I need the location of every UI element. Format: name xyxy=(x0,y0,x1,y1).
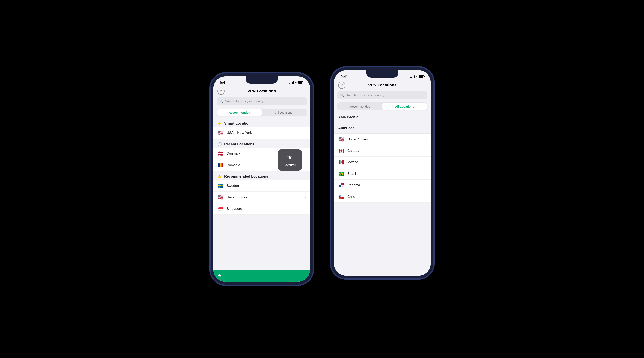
signal-bars-2 xyxy=(410,75,414,78)
status-icons-1: ≈ xyxy=(290,81,304,84)
list-item[interactable]: 🇵🇦 Panama xyxy=(334,180,431,191)
phone-2-screen: 9:41 ≈ xyxy=(334,70,431,276)
flag-usa-smart: 🇺🇸 xyxy=(217,130,224,136)
phone-2-notch xyxy=(366,70,398,78)
scene: 9:41 ≈ xyxy=(209,72,435,286)
smart-location-item[interactable]: 🇺🇸 USA – New York xyxy=(213,127,310,139)
bottom-bar-1: ★ xyxy=(213,270,310,282)
signal-bar-2-3 xyxy=(412,76,413,78)
phone-2: 9:41 ≈ xyxy=(330,66,435,280)
page-title-1: VPN Locations xyxy=(247,89,276,93)
search-bar-2[interactable]: 🔍 Search for a city or country xyxy=(337,91,428,99)
list-item[interactable]: 🇺🇸 United States › xyxy=(334,134,431,145)
list-item[interactable]: 🇺🇸 United States › xyxy=(213,192,310,203)
signal-bar-3 xyxy=(292,82,292,84)
search-bar-1[interactable]: 🔍 Search for a city or country xyxy=(216,98,307,105)
americas-title: Americas xyxy=(338,126,424,130)
tab-switcher-1: Recommended All Locations xyxy=(216,109,307,116)
battery-fill-1 xyxy=(298,82,302,84)
flag-panama: 🇵🇦 xyxy=(338,182,344,188)
chevron-right-icon: › xyxy=(426,138,427,141)
flag-us-all: 🇺🇸 xyxy=(338,137,344,142)
search-icon-1: 🔍 xyxy=(219,100,224,103)
wifi-icon-2: ≈ xyxy=(416,75,418,78)
signal-bar-2-4 xyxy=(414,75,414,78)
help-icon-2: ? xyxy=(341,83,343,87)
tab-all-locations-2[interactable]: All Locations xyxy=(382,103,427,110)
search-placeholder-1: Search for a city or country xyxy=(225,100,264,103)
section-americas[interactable]: Americas ⌃ xyxy=(334,123,431,134)
chevron-up-americas: ⌃ xyxy=(424,126,427,130)
search-placeholder-2: Search for a city or country xyxy=(346,94,384,97)
flag-denmark: 🇩🇰 xyxy=(217,151,224,156)
list-item[interactable]: 🇸🇬 Singapore xyxy=(213,203,310,215)
list-content-2: Asia Pacific ⌄ Americas ⌃ 🇺🇸 United Stat… xyxy=(334,112,431,276)
phone-1-screen: 9:41 ≈ xyxy=(213,76,310,282)
brazil-name: Brazil xyxy=(347,172,423,176)
tab-recommended-2[interactable]: Recommended xyxy=(338,103,382,110)
flag-sweden: 🇸🇪 xyxy=(217,183,224,189)
flag-mexico: 🇲🇽 xyxy=(338,159,344,165)
signal-bar-2-2 xyxy=(411,77,412,78)
asia-pacific-title: Asia Pacific xyxy=(338,115,424,119)
chevron-right-icon: › xyxy=(426,149,427,153)
mexico-name: Mexico xyxy=(347,160,427,164)
canada-name: Canada xyxy=(347,149,423,153)
tab-switcher-2: Recommended All Locations xyxy=(337,103,428,110)
smart-location-header: ⚡ Smart Location xyxy=(213,118,310,127)
status-icons-2: ≈ xyxy=(410,75,424,78)
list-content-1: ⚡ Smart Location 🇺🇸 USA – New York 🕐 Rec… xyxy=(213,118,310,270)
help-icon-1: ? xyxy=(220,89,222,93)
app-content-2: ? VPN Locations 🔍 Search for a city or c… xyxy=(334,80,431,276)
signal-bar-4 xyxy=(293,81,294,84)
recommended-locations-title: Recommended Locations xyxy=(224,174,268,179)
wifi-icon-1: ≈ xyxy=(295,81,297,84)
smart-location-title: Smart Location xyxy=(224,121,250,126)
list-item[interactable]: 🇩🇰 Denmark ★ Favorited xyxy=(213,148,310,159)
chevron-right-icon: › xyxy=(426,172,427,176)
nav-header-2: ? VPN Locations xyxy=(334,80,431,90)
help-button-1[interactable]: ? xyxy=(217,88,224,95)
search-icon-2: 🔍 xyxy=(340,93,344,97)
help-button-2[interactable]: ? xyxy=(338,82,345,89)
favorited-toast: ★ Favorited xyxy=(278,149,302,171)
thumbsup-icon: 👍 xyxy=(217,174,222,179)
chile-name: Chile xyxy=(347,195,427,199)
status-time-2: 9:41 xyxy=(340,75,348,79)
status-time-1: 9:41 xyxy=(220,81,227,85)
flag-singapore: 🇸🇬 xyxy=(217,206,224,212)
phone-1-notch xyxy=(246,76,278,84)
us-rec-name: United States xyxy=(226,195,302,199)
phone-1: 9:41 ≈ xyxy=(209,72,314,286)
sweden-name: Sweden xyxy=(226,184,302,188)
recommended-locations-header: 👍 Recommended Locations xyxy=(213,171,310,180)
section-asia-pacific[interactable]: Asia Pacific ⌄ xyxy=(334,112,431,123)
clock-icon: 🕐 xyxy=(217,142,222,146)
flag-us-rec: 🇺🇸 xyxy=(217,194,224,200)
list-item[interactable]: 🇧🇷 Brazil › xyxy=(334,168,431,180)
battery-fill-2 xyxy=(419,76,423,78)
list-item[interactable]: 🇨🇱 Chile xyxy=(334,191,431,203)
battery-icon-2 xyxy=(418,75,424,78)
singapore-name: Singapore xyxy=(226,207,306,211)
recent-locations-header: 🕐 Recent Locations xyxy=(213,139,310,148)
tab-recommended-1[interactable]: Recommended xyxy=(217,109,262,116)
tab-all-locations-1[interactable]: All Locations xyxy=(262,109,306,116)
lightning-icon: ⚡ xyxy=(217,121,222,126)
list-item[interactable]: 🇲🇽 Mexico xyxy=(334,157,431,168)
flag-romania: 🇷🇴 xyxy=(217,162,224,168)
panama-name: Panama xyxy=(347,183,427,187)
chevron-right-icon: › xyxy=(305,184,306,188)
signal-bar-2 xyxy=(290,83,292,84)
favorited-label: Favorited xyxy=(284,163,296,167)
favorites-icon[interactable]: ★ xyxy=(217,273,222,278)
flag-brazil: 🇧🇷 xyxy=(338,171,344,177)
flag-chile: 🇨🇱 xyxy=(338,194,344,200)
flag-canada: 🇨🇦 xyxy=(338,148,344,154)
battery-icon-1 xyxy=(298,81,304,84)
list-item[interactable]: 🇸🇪 Sweden › xyxy=(213,180,310,192)
chevron-down-asia: ⌄ xyxy=(424,115,427,119)
list-item[interactable]: 🇨🇦 Canada › xyxy=(334,145,431,157)
us-all-name: United States xyxy=(347,137,423,141)
signal-bar-2-1 xyxy=(410,77,411,78)
